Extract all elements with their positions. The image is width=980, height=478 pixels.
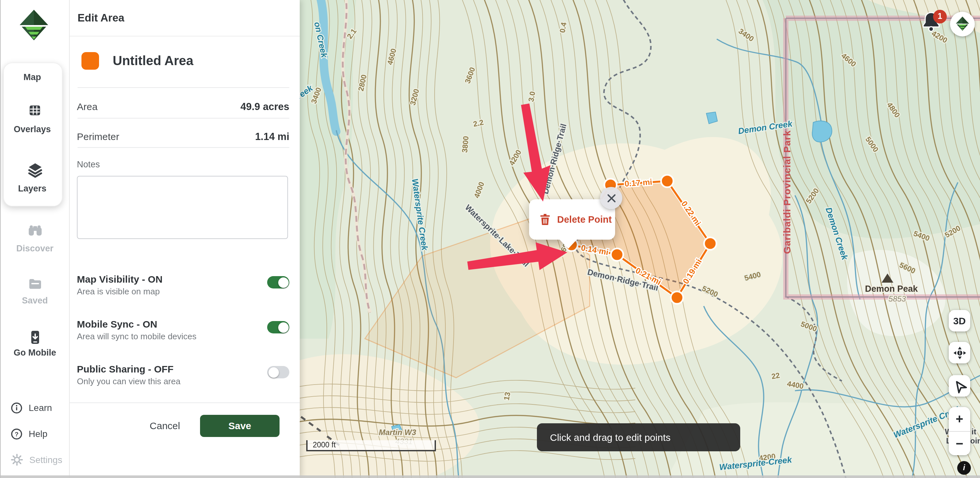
map-visibility-desc: Area is visible on map	[77, 287, 160, 296]
public-sharing-title: Public Sharing - OFF	[77, 364, 173, 375]
svg-text:it: it	[972, 427, 977, 436]
delete-point-label: Delete Point	[557, 214, 612, 225]
app-logo[interactable]	[17, 9, 51, 43]
sidebar-item-help[interactable]: ? Help	[10, 425, 48, 442]
account-avatar[interactable]	[950, 12, 975, 37]
panel-header: Edit Area	[68, 0, 300, 37]
divider	[78, 118, 289, 119]
learn-label: Learn	[29, 402, 52, 413]
map-canvas[interactable]: 3400 2800 3200 3600 2.1 0.4 3.0 2.2 3800…	[300, 0, 980, 478]
question-circle-icon: ?	[10, 427, 23, 440]
public-sharing-toggle[interactable]	[267, 366, 289, 378]
mobile-sync-toggle[interactable]	[267, 321, 289, 333]
save-button[interactable]: Save	[200, 415, 280, 437]
sidebar-item-map[interactable]: Map	[3, 72, 61, 82]
sidebar-item-settings[interactable]: Settings	[10, 451, 62, 468]
zoom-in-button[interactable]: +	[949, 407, 970, 431]
map-toast: Click and drag to edit points	[537, 423, 740, 451]
edit-area-panel: Edit Area Untitled Area Area 49.9 acres …	[68, 0, 300, 478]
toggle-knob	[268, 367, 278, 377]
area-name-row[interactable]: Untitled Area	[81, 52, 193, 70]
app-sidebar: Map Overlays Layers Dis	[0, 0, 70, 478]
svg-text:Garibaldi Provincial Park: Garibaldi Provincial Park	[781, 130, 792, 254]
area-row-label: Area	[77, 101, 97, 112]
toggle-knob	[278, 277, 288, 287]
saved-icon[interactable]	[27, 276, 43, 294]
attribution-info-button[interactable]: i	[957, 461, 971, 475]
notes-input[interactable]	[77, 176, 288, 239]
notes-label: Notes	[77, 160, 100, 169]
panel-title: Edit Area	[78, 0, 124, 36]
mobile-sync-desc: Area will sync to mobile devices	[77, 332, 196, 341]
sidebar-item-saved[interactable]: Saved	[1, 295, 69, 305]
notification-badge: 1	[933, 10, 947, 24]
toggle-knob	[278, 322, 288, 332]
divider	[68, 402, 300, 403]
cancel-button[interactable]: Cancel	[135, 415, 194, 437]
help-label: Help	[29, 429, 48, 439]
svg-text:5853: 5853	[888, 294, 906, 303]
zoom-out-button[interactable]: −	[949, 432, 970, 456]
topo-map: 3400 2800 3200 3600 2.1 0.4 3.0 2.2 3800…	[300, 0, 980, 478]
sidebar-item-learn[interactable]: Learn	[10, 399, 52, 416]
toggle-3d-button[interactable]: 3D	[949, 310, 970, 332]
public-sharing-desc: Only you can view this area	[77, 376, 180, 386]
perimeter-row-label: Perimeter	[77, 131, 119, 142]
svg-text:0.4: 0.4	[558, 22, 568, 33]
sidebar-item-layers[interactable]: Layers	[3, 184, 61, 194]
svg-text:Demon Peak: Demon Peak	[865, 284, 918, 294]
info-circle-icon	[10, 402, 23, 414]
settings-label: Settings	[29, 454, 62, 465]
svg-text:13: 13	[502, 391, 512, 401]
svg-text:3.0: 3.0	[527, 91, 537, 103]
area-color-chip[interactable]	[81, 52, 99, 70]
map-visibility-title: Map Visibility - ON	[77, 273, 162, 284]
brand-logo-icon	[17, 9, 51, 43]
area-name: Untitled Area	[113, 53, 193, 68]
sidebar-item-overlays[interactable]: Overlays	[3, 124, 61, 134]
sidebar-item-discover[interactable]: Discover	[1, 243, 69, 253]
trash-icon	[539, 213, 550, 226]
pan-compass-button[interactable]	[949, 342, 970, 364]
close-popup-button[interactable]	[600, 187, 622, 209]
svg-text:oin: oin	[970, 436, 980, 445]
go-mobile-icon[interactable]	[27, 330, 43, 348]
locate-me-button[interactable]	[949, 375, 970, 397]
mobile-sync-title: Mobile Sync - ON	[77, 318, 158, 330]
brand-logo-icon	[955, 16, 970, 32]
svg-text:Martin W3: Martin W3	[379, 428, 416, 437]
discover-icon[interactable]	[27, 223, 43, 241]
gear-icon	[10, 453, 24, 466]
app-window: 3400 2800 3200 3600 2.1 0.4 3.0 2.2 3800…	[0, 0, 980, 478]
divider	[78, 147, 289, 148]
svg-text:0.17 mi: 0.17 mi	[624, 177, 652, 188]
svg-text:?: ?	[15, 430, 19, 437]
svg-text:22: 22	[771, 371, 781, 381]
sidebar-item-go-mobile[interactable]: Go Mobile	[1, 348, 69, 357]
area-row-value: 49.9 acres	[240, 101, 289, 113]
zoom-controls: + −	[949, 407, 970, 455]
perimeter-row-value: 1.14 mi	[255, 131, 289, 143]
window-bottom-edge	[0, 475, 980, 478]
delete-point-popup[interactable]: Delete Point	[529, 199, 615, 240]
overlays-icon[interactable]	[27, 102, 43, 121]
divider	[78, 87, 289, 88]
layers-icon[interactable]	[26, 162, 43, 181]
map-visibility-toggle[interactable]	[267, 276, 289, 289]
svg-text:3800: 3800	[460, 136, 470, 153]
map-scale-bar: 2000 ft	[306, 440, 436, 451]
location-arrow-icon	[952, 379, 967, 393]
pan-compass-icon	[952, 345, 967, 360]
close-icon	[606, 193, 616, 203]
